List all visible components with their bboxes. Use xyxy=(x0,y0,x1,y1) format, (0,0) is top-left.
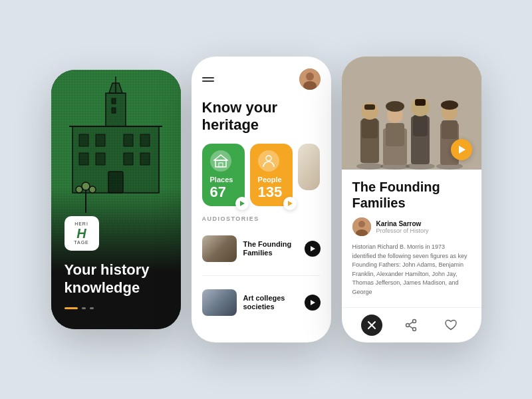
author-row: Karina Sarrow Professor of History xyxy=(352,217,471,236)
people-play-triangle xyxy=(288,201,293,206)
founding-families-photo xyxy=(342,57,481,170)
svg-point-28 xyxy=(266,156,271,161)
category-cards-row: Places 67 People 135 xyxy=(202,144,321,206)
places-icon-circle xyxy=(210,150,231,172)
svg-rect-14 xyxy=(140,153,150,165)
author-info: Karina Sarrow Professor of History xyxy=(376,220,429,234)
phone-3: The FoundingFamilies Karina Sarrow Profe… xyxy=(342,57,481,342)
svg-rect-10 xyxy=(140,134,150,146)
user-avatar[interactable] xyxy=(299,68,321,90)
audiostories-section-label: AUDIOSTORIES xyxy=(202,215,321,222)
logo-h-letter: H xyxy=(76,227,86,240)
heart-icon xyxy=(444,319,458,332)
dot-inactive-1 xyxy=(82,307,86,309)
photo-play-button[interactable] xyxy=(451,139,472,160)
places-card[interactable]: Places 67 xyxy=(202,144,245,206)
audiostory-founding-families[interactable]: The Founding Families xyxy=(202,231,321,266)
svg-point-51 xyxy=(441,100,458,110)
svg-rect-46 xyxy=(415,99,426,106)
founding-families-info: The Founding Families xyxy=(243,240,298,257)
audiostory-art-colleges[interactable]: Art colleges societies xyxy=(202,285,321,320)
svg-point-57 xyxy=(413,320,416,323)
phone1-title: Your history knowledge xyxy=(65,261,168,297)
share-button[interactable] xyxy=(400,315,422,336)
phone2-title: Know yourheritage xyxy=(202,99,321,134)
phone-2: Know yourheritage Places 67 xyxy=(192,57,331,342)
places-number: 67 xyxy=(210,184,226,201)
svg-rect-11 xyxy=(79,153,88,165)
dot-active xyxy=(65,307,78,309)
story-divider xyxy=(202,275,321,276)
svg-rect-27 xyxy=(219,163,223,167)
phone-1: HERI H TAGE Your history knowledge xyxy=(51,70,181,329)
svg-rect-12 xyxy=(96,153,105,165)
phone3-title: The FoundingFamilies xyxy=(352,179,471,211)
phone3-content: The FoundingFamilies Karina Sarrow Profe… xyxy=(342,170,481,307)
svg-line-60 xyxy=(410,322,414,325)
people-icon-circle xyxy=(258,150,279,172)
svg-rect-36 xyxy=(364,104,375,110)
author-name: Karina Sarrow xyxy=(376,220,429,227)
svg-line-61 xyxy=(410,326,414,329)
svg-rect-44 xyxy=(413,115,428,136)
menu-line-2 xyxy=(202,80,214,82)
svg-rect-3 xyxy=(112,98,116,104)
people-number: 135 xyxy=(258,184,283,201)
svg-rect-13 xyxy=(124,153,133,165)
svg-rect-25 xyxy=(215,160,226,167)
play-triangle-2 xyxy=(311,300,315,305)
share-icon xyxy=(404,319,418,332)
people-play-button[interactable] xyxy=(283,197,297,210)
svg-rect-49 xyxy=(442,120,458,139)
places-label: Places xyxy=(210,176,233,184)
svg-marker-26 xyxy=(214,155,227,160)
art-colleges-title: Art colleges societies xyxy=(243,294,298,311)
phone2-header xyxy=(202,68,321,90)
people-label: People xyxy=(258,176,282,184)
svg-rect-7 xyxy=(79,134,88,146)
svg-point-58 xyxy=(413,328,416,331)
svg-point-59 xyxy=(406,324,410,327)
story-body-text: Historian Richard B. Morris in 1973 iden… xyxy=(352,243,471,297)
svg-point-53 xyxy=(358,221,365,227)
svg-point-32 xyxy=(356,163,383,170)
photo-play-triangle xyxy=(459,146,466,154)
places-play-triangle xyxy=(240,201,245,206)
hamburger-menu-icon[interactable] xyxy=(202,77,214,82)
founding-families-thumbnail xyxy=(202,235,237,262)
third-card-partial xyxy=(298,144,321,190)
menu-line-1 xyxy=(202,77,214,78)
svg-rect-8 xyxy=(96,134,105,146)
author-role: Professor of History xyxy=(376,227,429,234)
founding-families-title: The Founding Families xyxy=(243,240,298,257)
art-colleges-thumbnail xyxy=(202,289,237,316)
svg-rect-4 xyxy=(112,108,116,113)
art-colleges-info: Art colleges societies xyxy=(243,294,298,311)
people-card[interactable]: People 135 xyxy=(250,144,293,206)
play-triangle-1 xyxy=(311,246,315,251)
svg-point-23 xyxy=(306,72,314,80)
author-avatar xyxy=(352,217,371,236)
like-button[interactable] xyxy=(440,315,462,336)
pagination-dots xyxy=(65,307,168,309)
svg-point-41 xyxy=(386,101,404,112)
svg-marker-1 xyxy=(109,83,122,93)
svg-rect-9 xyxy=(124,134,133,146)
logo-badge: HERI H TAGE xyxy=(65,216,99,251)
svg-rect-34 xyxy=(362,118,378,138)
close-icon xyxy=(367,321,376,330)
places-play-button[interactable] xyxy=(235,197,249,210)
dot-inactive-2 xyxy=(90,307,94,309)
close-button[interactable] xyxy=(361,315,382,336)
phone3-footer xyxy=(342,307,481,342)
logo-bottom-text: TAGE xyxy=(74,240,89,245)
art-colleges-play-button[interactable] xyxy=(305,295,321,311)
svg-rect-39 xyxy=(386,123,404,146)
founding-families-play-button[interactable] xyxy=(305,241,321,257)
